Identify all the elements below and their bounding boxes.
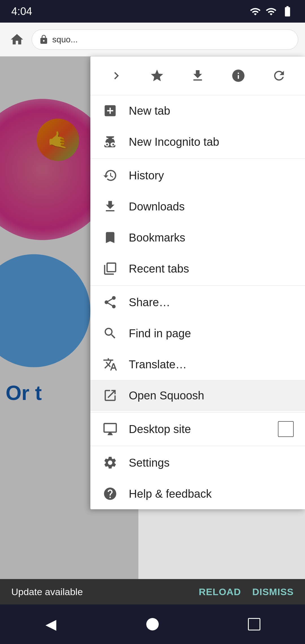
menu-item-bookmarks[interactable]: Bookmarks [90,222,305,253]
address-text: squo... [52,35,78,44]
home-button[interactable] [7,29,27,50]
bookmarks-icon [102,229,119,246]
open-app-icon [102,387,119,404]
share-icon [102,294,119,311]
menu-item-label-find-in-page: Find in page [129,327,294,340]
address-bar[interactable]: squo... [32,29,298,50]
bottom-nav: ◀ [0,604,305,644]
update-actions: RELOAD DISMISS [199,586,294,597]
menu-item-label-settings: Settings [129,456,294,469]
menu-item-label-history: History [129,169,294,182]
menu-item-open-squoosh[interactable]: Open Squoosh [90,380,305,411]
download-button[interactable] [186,64,209,87]
back-button[interactable]: ◀ [37,613,65,636]
menu-item-translate[interactable]: Translate… [90,349,305,380]
menu-item-label-recent-tabs: Recent tabs [129,262,294,275]
status-bar: 4:04 [0,0,305,23]
forward-button[interactable] [105,64,128,87]
recent-apps-button[interactable] [240,613,268,636]
translate-icon [102,356,119,373]
menu-item-new-tab[interactable]: New tab [90,95,305,126]
menu-item-help-feedback[interactable]: Help & feedback [90,478,305,509]
menu-item-label-downloads: Downloads [129,200,294,213]
menu-divider [90,446,305,446]
status-icons [250,5,294,18]
bookmark-star-button[interactable] [146,64,168,87]
menu-item-label-bookmarks: Bookmarks [129,231,294,244]
menu-divider [90,158,305,159]
menu-item-settings[interactable]: Settings [90,447,305,478]
menu-item-label-translate: Translate… [129,358,294,371]
signal-icon [250,5,261,17]
menu-icon-toolbar [90,56,305,95]
wifi-icon [265,5,277,17]
dismiss-button[interactable]: DISMISS [252,586,294,597]
incognito-icon [102,133,119,150]
menu-item-label-desktop-site: Desktop site [129,423,268,436]
menu-item-find-in-page[interactable]: Find in page [90,318,305,349]
reload-button[interactable]: RELOAD [199,586,241,597]
menu-items-list: New tabNew Incognito tabHistoryDownloads… [90,95,305,509]
desktop-icon [102,421,119,438]
recent-icon [248,618,260,630]
menu-item-label-new-incognito-tab: New Incognito tab [129,136,294,148]
update-bar: Update available RELOAD DISMISS [0,579,305,604]
back-icon: ◀ [45,616,56,632]
history-icon [102,167,119,184]
find-icon [102,325,119,342]
update-message: Update available [11,586,83,597]
status-time: 4:04 [11,5,32,18]
menu-item-recent-tabs[interactable]: Recent tabs [90,253,305,284]
menu-item-share[interactable]: Share… [90,287,305,318]
menu-item-new-incognito-tab[interactable]: New Incognito tab [90,126,305,157]
recent-tabs-icon [102,260,119,277]
menu-item-downloads[interactable]: Downloads [90,191,305,222]
refresh-button[interactable] [268,64,290,87]
menu-item-label-open-squoosh: Open Squoosh [129,389,294,402]
home-nav-button[interactable] [138,613,167,636]
plus-square-icon [102,102,119,119]
home-circle-icon [146,618,159,630]
downloads-icon [102,198,119,215]
browser-menu: New tabNew Incognito tabHistoryDownloads… [90,56,305,509]
desktop-site-checkbox[interactable] [278,421,294,437]
menu-item-history[interactable]: History [90,160,305,191]
settings-icon [102,454,119,471]
browser-toolbar: squo... [0,23,305,56]
menu-item-label-share: Share… [129,296,294,309]
menu-item-label-new-tab: New tab [129,105,294,117]
menu-divider [90,412,305,412]
menu-divider [90,285,305,286]
battery-icon [281,5,294,18]
menu-item-label-help-feedback: Help & feedback [129,488,294,500]
help-icon [102,485,119,502]
menu-item-desktop-site[interactable]: Desktop site [90,414,305,445]
lock-icon [39,34,49,45]
info-button[interactable] [227,64,250,87]
